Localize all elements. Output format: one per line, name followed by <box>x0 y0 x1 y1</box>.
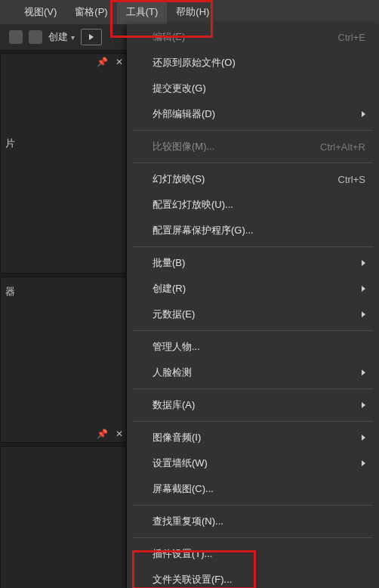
menu-tools[interactable]: 工具(T) <box>117 0 168 24</box>
menu-item-edit-label: 编辑(E) <box>153 30 338 44</box>
menu-pane-label: 窗格(P) <box>75 5 107 19</box>
menu-view-label: 视图(V) <box>24 5 57 19</box>
panel2-pin-icon[interactable]: 📌 <box>97 429 108 439</box>
menu-item-compare-images-shortcut: Ctrl+Alt+R <box>320 141 365 153</box>
toolbar-slideshow-button[interactable] <box>81 29 102 45</box>
menu-separator <box>133 246 373 247</box>
menu-separator <box>133 130 373 131</box>
menu-item-face-detection-label: 人脸检测 <box>153 366 362 379</box>
menu-item-slideshow-shortcut: Ctrl+S <box>338 174 365 185</box>
submenu-arrow-icon <box>362 402 365 408</box>
panel1-pin-icon[interactable]: 📌 <box>97 57 108 67</box>
toolbar-icon-2[interactable] <box>29 30 42 44</box>
side-panel-3 <box>0 446 127 588</box>
side-panel-1-label: 片 <box>5 137 15 150</box>
menu-item-batch[interactable]: 批量(B) <box>127 250 379 276</box>
menu-item-find-duplicates[interactable]: 查找重复项(N)... <box>127 509 379 534</box>
menu-item-compare-images: 比较图像(M)... Ctrl+Alt+R <box>127 134 379 159</box>
menu-item-configure-slideshow-label: 配置幻灯放映(U)... <box>153 198 365 212</box>
menu-item-slideshow-label: 幻灯放映(S) <box>153 172 338 186</box>
panel2-close-icon[interactable]: ✕ <box>116 429 123 439</box>
play-icon <box>89 34 94 40</box>
side-panel-1: 📌 ✕ 片 <box>0 53 127 274</box>
menu-item-create-label: 创建(R) <box>153 282 362 296</box>
menu-item-restore-original-label: 还原到原始文件(O) <box>153 56 365 70</box>
toolbar-create-label: 创建 <box>48 30 68 44</box>
menu-separator <box>133 162 373 163</box>
menu-tools-label: 工具(T) <box>126 5 159 19</box>
chevron-down-icon: ▾ <box>71 33 75 42</box>
submenu-arrow-icon <box>362 435 365 441</box>
menu-item-batch-label: 批量(B) <box>153 256 362 270</box>
menu-pane[interactable]: 窗格(P) <box>66 0 116 24</box>
menu-item-edit: 编辑(E) Ctrl+E <box>127 24 379 50</box>
menu-separator <box>133 330 373 331</box>
menu-separator <box>133 388 373 389</box>
submenu-arrow-icon <box>362 111 365 117</box>
menu-item-commit-changes-label: 提交更改(G) <box>153 82 365 95</box>
menu-item-external-editor[interactable]: 外部编辑器(D) <box>127 101 379 127</box>
menu-view[interactable]: 视图(V) <box>15 0 66 24</box>
menu-item-screen-capture-label: 屏幕截图(C)... <box>153 482 365 496</box>
submenu-arrow-icon <box>362 370 365 376</box>
side-panel-2-label: 器 <box>5 285 15 299</box>
submenu-arrow-icon <box>362 286 365 292</box>
menu-item-configure-screensaver[interactable]: 配置屏幕保护程序(G)... <box>127 218 379 243</box>
menu-item-configure-slideshow[interactable]: 配置幻灯放映(U)... <box>127 192 379 218</box>
submenu-arrow-icon <box>362 311 365 317</box>
menu-item-plugin-settings[interactable]: 插件设置(T)... <box>127 541 379 567</box>
menu-item-image-audio[interactable]: 图像音频(I) <box>127 425 379 450</box>
menu-item-edit-shortcut: Ctrl+E <box>338 32 365 43</box>
menu-item-manage-people[interactable]: 管理人物... <box>127 334 379 360</box>
menu-item-file-associations[interactable]: 文件关联设置(F)... <box>127 567 379 588</box>
menu-help-label: 帮助(H) <box>176 5 209 19</box>
menu-item-create[interactable]: 创建(R) <box>127 276 379 302</box>
menu-help[interactable]: 帮助(H) <box>167 0 218 24</box>
menu-item-slideshow[interactable]: 幻灯放映(S) Ctrl+S <box>127 166 379 192</box>
side-panel-2: 器 📌 ✕ <box>0 277 127 443</box>
menu-item-plugin-settings-label: 插件设置(T)... <box>153 547 365 561</box>
menu-separator <box>133 421 373 422</box>
menu-item-metadata[interactable]: 元数据(E) <box>127 302 379 327</box>
panel1-close-icon[interactable]: ✕ <box>116 57 123 67</box>
toolbar-icon-1[interactable] <box>9 30 23 44</box>
menu-separator <box>133 537 373 538</box>
menu-item-compare-images-label: 比较图像(M)... <box>153 140 320 153</box>
menu-item-database-label: 数据库(A) <box>153 398 362 412</box>
menu-item-find-duplicates-label: 查找重复项(N)... <box>153 515 365 528</box>
menubar: 视图(V) 窗格(P) 工具(T) 帮助(H) <box>0 0 379 24</box>
menu-item-manage-people-label: 管理人物... <box>153 340 365 354</box>
menu-item-set-wallpaper[interactable]: 设置墙纸(W) <box>127 450 379 476</box>
menu-item-screen-capture[interactable]: 屏幕截图(C)... <box>127 476 379 502</box>
menu-item-face-detection[interactable]: 人脸检测 <box>127 360 379 385</box>
submenu-arrow-icon <box>362 460 365 466</box>
menu-item-external-editor-label: 外部编辑器(D) <box>153 107 362 121</box>
menu-item-commit-changes[interactable]: 提交更改(G) <box>127 76 379 101</box>
menu-item-image-audio-label: 图像音频(I) <box>153 431 362 444</box>
menu-separator <box>133 505 373 506</box>
menu-item-metadata-label: 元数据(E) <box>153 308 362 321</box>
menu-item-file-associations-label: 文件关联设置(F)... <box>153 573 365 586</box>
submenu-arrow-icon <box>362 260 365 266</box>
menu-item-restore-original[interactable]: 还原到原始文件(O) <box>127 50 379 76</box>
menu-item-configure-screensaver-label: 配置屏幕保护程序(G)... <box>153 224 365 237</box>
menu-item-set-wallpaper-label: 设置墙纸(W) <box>153 456 362 470</box>
toolbar-create-button[interactable]: 创建 ▾ <box>48 30 75 44</box>
tools-dropdown-menu: 编辑(E) Ctrl+E 还原到原始文件(O) 提交更改(G) 外部编辑器(D)… <box>127 24 379 588</box>
menu-item-database[interactable]: 数据库(A) <box>127 392 379 418</box>
